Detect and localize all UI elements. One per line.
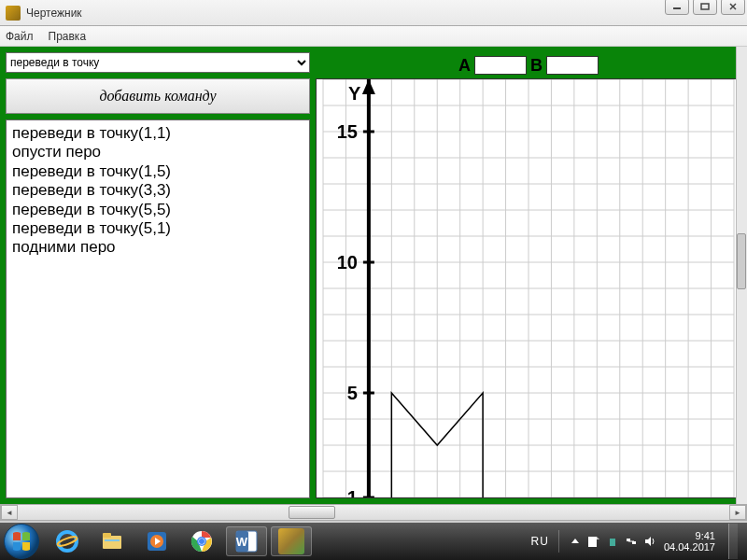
scroll-thumb[interactable] (289, 506, 335, 519)
list-item[interactable]: переведи в точку(1,5) (12, 162, 303, 181)
start-button[interactable] (4, 524, 39, 559)
svg-text:Y: Y (348, 83, 361, 104)
tray-arrow-icon[interactable] (569, 535, 582, 548)
vertical-scrollbar[interactable] (736, 47, 747, 504)
svg-text:15: 15 (337, 121, 358, 142)
svg-rect-54 (103, 533, 111, 538)
app-icon (6, 6, 21, 21)
menubar: Файл Правка (0, 26, 747, 47)
titlebar: Чертежник (0, 0, 747, 26)
svg-rect-1 (701, 4, 709, 9)
drawing-canvas[interactable]: Y151015 (316, 78, 741, 498)
svg-rect-53 (103, 536, 121, 549)
show-desktop-button[interactable] (728, 524, 738, 559)
taskbar-explorer[interactable] (92, 526, 133, 556)
menu-file[interactable]: Файл (6, 30, 34, 43)
svg-rect-55 (105, 539, 120, 541)
horizontal-scrollbar[interactable]: ◄ ► (0, 504, 747, 521)
clock[interactable]: 9:41 04.04.2017 (664, 530, 715, 553)
scroll-left-button[interactable]: ◄ (1, 505, 18, 520)
volume-icon[interactable] (643, 535, 656, 548)
svg-text:1: 1 (347, 487, 358, 497)
command-list[interactable]: переведи в точку(1,1) опусти перо переве… (6, 119, 310, 498)
svg-text:W: W (236, 535, 248, 549)
window-title: Чертежник (26, 7, 82, 20)
clock-time: 9:41 (664, 530, 715, 541)
svg-marker-68 (597, 537, 599, 539)
list-item[interactable]: переведи в точку(5,5) (12, 201, 303, 219)
svg-point-62 (199, 539, 204, 544)
label-b: B (530, 56, 543, 76)
scroll-track[interactable] (18, 505, 729, 520)
svg-rect-69 (610, 539, 615, 546)
taskbar-chrome[interactable] (181, 526, 222, 556)
svg-marker-73 (645, 537, 651, 546)
list-item[interactable]: переведи в точку(5,1) (12, 219, 303, 238)
chart-svg: Y151015 (317, 79, 740, 497)
list-item[interactable]: переведи в точку(1,1) (12, 124, 303, 143)
minimize-button[interactable] (665, 0, 689, 15)
left-panel: переведи в точку добавить команду переве… (6, 52, 310, 498)
svg-rect-63 (236, 531, 257, 552)
svg-rect-64 (236, 531, 248, 552)
taskbar-word[interactable]: W (226, 526, 267, 556)
close-button[interactable] (721, 0, 745, 15)
taskbar-ie[interactable] (47, 526, 88, 556)
vscroll-thumb[interactable] (737, 233, 746, 289)
list-item[interactable]: переведи в точку(3,3) (12, 181, 303, 200)
right-panel: A B Y151015 (316, 52, 741, 498)
taskbar-app[interactable] (271, 526, 312, 556)
tray-separator (558, 530, 559, 553)
usb-icon[interactable] (606, 535, 619, 548)
maximize-button[interactable] (693, 0, 717, 15)
svg-marker-66 (571, 539, 579, 543)
ab-input-bar: A B (316, 52, 741, 78)
network-icon[interactable] (625, 535, 638, 548)
label-a: A (458, 56, 471, 76)
input-b[interactable] (546, 56, 599, 75)
content-area: переведи в точку добавить команду переве… (0, 47, 747, 504)
command-select[interactable]: переведи в точку (6, 52, 310, 73)
add-command-button[interactable]: добавить команду (6, 78, 310, 114)
list-item[interactable]: опусти перо (12, 143, 303, 161)
svg-marker-41 (362, 79, 375, 94)
menu-edit[interactable]: Правка (49, 30, 87, 43)
action-center-icon[interactable] (587, 535, 600, 548)
input-a[interactable] (474, 56, 527, 75)
scroll-right-button[interactable]: ► (729, 505, 746, 520)
list-item[interactable]: подними перо (12, 238, 303, 257)
system-tray: RU 9:41 04.04.2017 (531, 524, 743, 559)
taskbar-media-player[interactable] (136, 526, 177, 556)
window-controls (665, 0, 745, 15)
svg-rect-67 (588, 537, 597, 547)
svg-text:10: 10 (337, 252, 358, 273)
tray-icons (569, 535, 656, 548)
language-indicator[interactable]: RU (531, 535, 549, 548)
taskbar: W RU 9:41 04.04.2017 (0, 523, 747, 560)
svg-text:5: 5 (347, 383, 358, 403)
clock-date: 04.04.2017 (664, 541, 715, 553)
